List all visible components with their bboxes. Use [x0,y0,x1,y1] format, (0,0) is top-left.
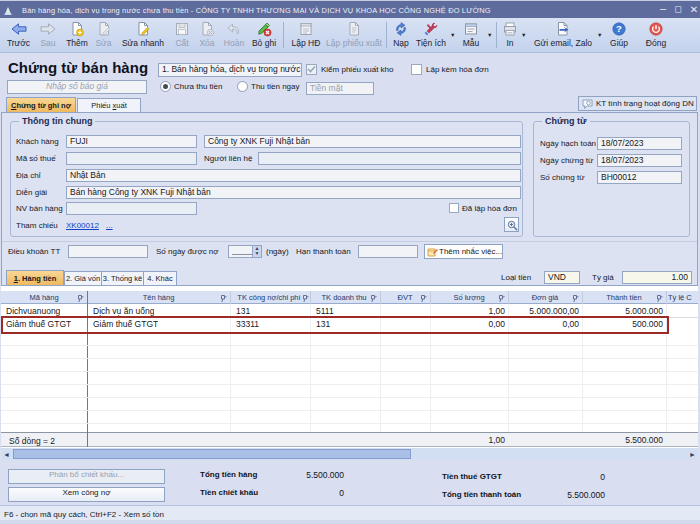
svg-text:?: ? [616,23,622,34]
